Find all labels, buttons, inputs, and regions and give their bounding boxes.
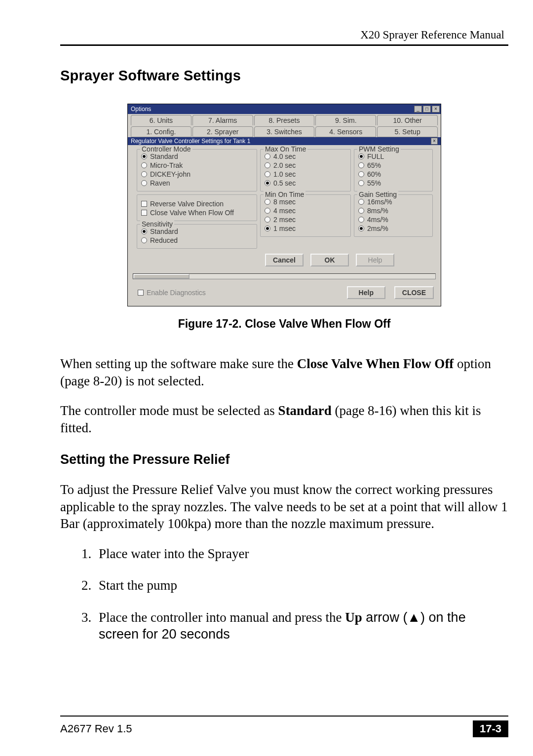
sensitivity-legend: Sensitivity (140, 220, 174, 228)
section-title: Sprayer Software Settings (60, 68, 508, 84)
tab-setup[interactable]: 5. Setup (377, 126, 438, 137)
help-button[interactable]: Help (356, 254, 394, 266)
controller-mode-group: Controller Mode Standard Micro-Trak DICK… (137, 149, 257, 191)
radio-pwm-65[interactable]: 65% (358, 161, 428, 169)
radio-dickeyjohn[interactable]: DICKEY-john (141, 170, 253, 178)
minimize-icon[interactable]: _ (414, 106, 422, 113)
inner-dialog-titlebar: Regulator Valve Controller Settings for … (128, 137, 441, 145)
tab-alarms[interactable]: 7. Alarms (192, 115, 253, 125)
min-on-time-group: Min On Time 8 msec 4 msec 2 msec 1 msec (260, 194, 351, 237)
radio-min-4[interactable]: 4 msec (265, 207, 346, 215)
paragraph-1: When setting up the software make sure t… (60, 355, 508, 389)
radio-max-40[interactable]: 4.0 sec (265, 152, 346, 160)
window-title: Options (131, 106, 151, 113)
paragraph-2: The controller mode must be selected as … (60, 402, 508, 436)
radio-min-2[interactable]: 2 msec (265, 216, 346, 224)
valve-options-group: Reverse Valve Direction Close Valve When… (137, 194, 257, 221)
radio-max-20[interactable]: 2.0 sec (265, 161, 346, 169)
radio-sens-reduced[interactable]: Reduced (141, 236, 253, 244)
footer-close-button[interactable]: CLOSE (394, 286, 434, 299)
gain-legend: Gain Setting (357, 190, 398, 198)
tab-units[interactable]: 6. Units (131, 115, 191, 125)
radio-pwm-55[interactable]: 55% (358, 179, 428, 187)
step-2: Start the pump (95, 577, 508, 594)
radio-gain-16[interactable]: 16ms/% (358, 198, 428, 206)
radio-pwm-60[interactable]: 60% (358, 170, 428, 178)
tab-sensors[interactable]: 4. Sensors (315, 126, 376, 137)
inner-dialog-title: Regulator Valve Controller Settings for … (131, 138, 250, 145)
figure-caption: Figure 17-2. Close Valve When Flow Off (178, 317, 391, 331)
controller-mode-legend: Controller Mode (140, 145, 192, 153)
steps-list: Place water into the Sprayer Start the p… (60, 545, 508, 643)
page-number: 17-3 (473, 720, 508, 737)
checkbox-close-valve[interactable]: Close Valve When Flow Off (141, 209, 253, 217)
radio-standard[interactable]: Standard (141, 152, 253, 160)
running-header: X20 Sprayer Reference Manual (60, 29, 508, 41)
tab-config[interactable]: 1. Config. (131, 126, 191, 137)
radio-max-10[interactable]: 1.0 sec (265, 170, 346, 178)
tab-switches[interactable]: 3. Switches (254, 126, 315, 137)
radio-pwm-full[interactable]: FULL (358, 152, 428, 160)
step-3: Place the controller into manual and pre… (95, 609, 508, 643)
max-on-time-group: Max On Time 4.0 sec 2.0 sec 1.0 sec 0.5 … (260, 149, 351, 191)
horizontal-scrollbar[interactable] (133, 273, 436, 279)
tabs-row-1: 6. Units 7. Alarms 8. Presets 9. Sim. 10… (128, 114, 441, 125)
checkbox-reverse-valve[interactable]: Reverse Valve Direction (141, 200, 253, 208)
tab-sim[interactable]: 9. Sim. (315, 115, 376, 125)
tab-other[interactable]: 10. Other (377, 115, 438, 125)
radio-gain-2[interactable]: 2ms/% (358, 225, 428, 232)
radio-raven[interactable]: Raven (141, 179, 253, 187)
doc-revision: A2677 Rev 1.5 (60, 722, 132, 735)
pwm-setting-group: PWM Setting FULL 65% 60% 55% (354, 149, 433, 191)
min-on-time-legend: Min On Time (264, 190, 305, 198)
window-titlebar: Options _ □ × (128, 104, 441, 114)
footer-rule (60, 716, 508, 717)
footer-help-button[interactable]: Help (347, 286, 385, 299)
radio-min-8[interactable]: 8 msec (265, 198, 346, 206)
tab-sprayer[interactable]: 2. Sprayer (192, 126, 253, 137)
inner-close-icon[interactable]: × (431, 138, 438, 145)
subsection-title: Setting the Pressure Relief (60, 452, 508, 467)
radio-microtrak[interactable]: Micro-Trak (141, 161, 253, 169)
ok-button[interactable]: OK (310, 254, 349, 266)
close-icon[interactable]: × (432, 106, 440, 113)
pwm-legend: PWM Setting (357, 145, 401, 153)
step-1: Place water into the Sprayer (95, 545, 508, 563)
gain-setting-group: Gain Setting 16ms/% 8ms/% 4ms/% 2ms/% (354, 194, 433, 237)
radio-sens-standard[interactable]: Standard (141, 227, 253, 235)
dialog-footer: Enable Diagnostics Help CLOSE (128, 279, 441, 306)
paragraph-3: To adjust the Pressure Relief Valve you … (60, 481, 508, 532)
tab-presets[interactable]: 8. Presets (254, 115, 315, 125)
embedded-screenshot: Options _ □ × 6. Units 7. Alarms 8. Pres… (127, 104, 441, 306)
sensitivity-group: Sensitivity Standard Reduced (137, 224, 257, 249)
radio-gain-4[interactable]: 4ms/% (358, 216, 428, 224)
max-on-time-legend: Max On Time (264, 145, 307, 153)
enable-diagnostics-checkbox[interactable]: Enable Diagnostics (138, 289, 206, 297)
maximize-icon[interactable]: □ (423, 106, 431, 113)
cancel-button[interactable]: Cancel (265, 254, 304, 266)
radio-min-1[interactable]: 1 msec (265, 225, 346, 232)
radio-gain-8[interactable]: 8ms/% (358, 207, 428, 215)
radio-max-05[interactable]: 0.5 sec (265, 179, 346, 187)
tabs-row-2: 1. Config. 2. Sprayer 3. Switches 4. Sen… (128, 125, 441, 137)
header-rule (60, 44, 508, 46)
